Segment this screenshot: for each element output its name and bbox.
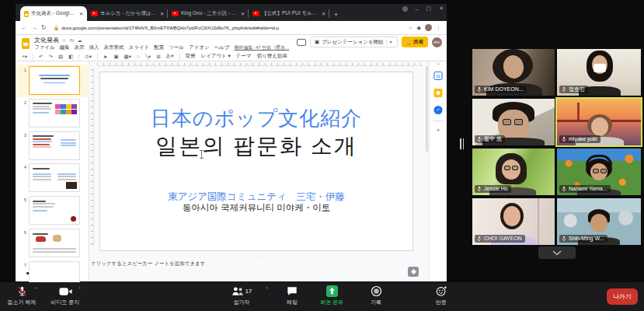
participant-video-1[interactable]: KIM DOYEON... (472, 49, 555, 96)
menu-アドオン[interactable]: アドオン (189, 44, 210, 51)
star-icon[interactable]: ☆ (62, 37, 66, 43)
record-button[interactable]: 기록 (354, 285, 398, 306)
slide-thumbnail-3[interactable] (29, 131, 80, 160)
account-avatar[interactable]: 由紀 (432, 37, 442, 47)
insert-shape-icon[interactable]: ○ (137, 54, 140, 59)
present-dropdown-icon[interactable]: ▼ (386, 40, 393, 44)
menu-ファイル[interactable]: ファイル (34, 44, 55, 51)
menu-スライド[interactable]: スライド (129, 44, 150, 51)
keep-icon[interactable] (434, 89, 443, 97)
close-icon[interactable]: ✕ (439, 5, 444, 12)
textbox-icon[interactable]: ▣ (113, 54, 118, 60)
print-icon[interactable]: ▤ (58, 54, 63, 60)
menu-編集[interactable]: 編集 (60, 44, 70, 51)
browser-profile-icon[interactable] (402, 6, 408, 12)
collapse-videos-button[interactable] (538, 246, 576, 259)
current-slide[interactable]: 日本のポップ文化紹介 일본의 팝문화 소개 東アジア国際コミュニティ 三宅・伊藤… (99, 72, 413, 251)
maximize-icon[interactable]: ▢ (426, 5, 432, 12)
new-slide-icon[interactable]: +▾ (22, 54, 27, 60)
toolbar-button-テーマ[interactable]: テーマ (236, 53, 252, 60)
cloud-status-icon: ☁ (77, 37, 82, 43)
slide-subtitle-korean[interactable]: 동아시아 국제커뮤니티 미야케・이토 (100, 202, 413, 214)
calendar-icon[interactable]: 31 (434, 72, 443, 80)
slide-thumbnail-2[interactable] (29, 99, 80, 128)
thumbnail-number: 2 (20, 99, 26, 105)
hidden-menus-icon[interactable] (297, 39, 306, 46)
muted-mic-icon (561, 86, 567, 93)
explore-button[interactable] (408, 267, 419, 277)
paint-format-icon[interactable]: ◧ (68, 54, 73, 60)
canvas-scrollbar[interactable] (426, 66, 428, 152)
share-button[interactable]: 화면 공유 (310, 285, 353, 306)
slide-thumbnail-1[interactable] (29, 66, 80, 95)
participants-chevron-icon[interactable]: ⌃ (265, 286, 269, 292)
notes-resize-handle[interactable]: ··· (89, 253, 429, 258)
side-panel-collapse-icon[interactable]: ⌃ (436, 62, 440, 68)
browser-avatar[interactable] (425, 24, 432, 31)
panel-resize-handle[interactable] (460, 138, 466, 149)
tab-close-icon[interactable]: ✕ (322, 11, 325, 16)
record-icon (371, 285, 382, 298)
leave-meeting-button[interactable]: 나가기 (607, 288, 638, 305)
chat-button[interactable]: 채팅 (270, 285, 314, 306)
tab-close-icon[interactable]: ✕ (79, 11, 83, 16)
participant-video-2[interactable]: 정호진 (557, 49, 641, 96)
font-icon[interactable]: あ▾ (166, 53, 174, 60)
browser-tab-2[interactable]: ヨルシカ - だから僕は音楽を辞めた✕ (87, 6, 168, 21)
participant-video-8[interactable]: Shih-Ming W... (557, 198, 641, 245)
slides-logo-icon[interactable] (22, 38, 30, 49)
slide-title-korean[interactable]: 일본의 팝문화 소개 (100, 131, 413, 161)
browser-tab-1[interactable]: 文化発表 - Google スライド✕ (20, 6, 87, 21)
add-icon[interactable]: + (437, 127, 440, 134)
share-button[interactable]: 🔒 共有 (402, 37, 429, 47)
bookmark-star-icon[interactable]: ☆ (408, 25, 413, 31)
select-cursor-icon[interactable]: ► (103, 54, 108, 59)
slide-thumbnail-5[interactable] (29, 196, 80, 225)
document-title[interactable]: 文化発表 (34, 36, 59, 44)
tasks-icon[interactable]: ✓ (434, 106, 443, 114)
insert-line-icon[interactable]: ╲▾ (145, 54, 151, 60)
new-tab-button[interactable]: + (334, 11, 338, 19)
redo-icon[interactable]: ↷ (49, 54, 53, 60)
slide-title-japanese[interactable]: 日本のポップ文化紹介 (100, 105, 413, 132)
participant-video-5[interactable]: Jessie Ho (472, 149, 555, 195)
menu-ヘルプ[interactable]: ヘルプ (214, 44, 230, 51)
participant-video-7[interactable]: CHOI GAYEON (472, 198, 555, 245)
reload-icon[interactable]: ↻ (41, 24, 47, 31)
mic-chevron-icon[interactable]: ⌃ (34, 286, 38, 292)
browser-tab-3[interactable]: King Gnu - 三文小説 - YouTube✕ (168, 6, 249, 21)
speaker-notes-placeholder[interactable]: クリックするとスピーカー ノートを追加できます (91, 260, 205, 267)
minimize-icon[interactable]: – (416, 6, 419, 12)
reactions-button[interactable]: 반응 (419, 285, 463, 306)
zoom-icon[interactable]: ⊙▾ (85, 54, 92, 60)
last-edited-link[interactable]: 最終編集: 47 分前（匿名... (235, 44, 290, 51)
tab-close-icon[interactable]: ✕ (160, 11, 164, 16)
undo-icon[interactable]: ↶ (39, 54, 43, 60)
insert-image-icon[interactable]: ▦▾ (124, 54, 131, 60)
toolbar-button-切り替え効果[interactable]: 切り替え効果 (257, 53, 287, 60)
move-folder-icon[interactable]: 🗀 (69, 38, 74, 43)
tab-close-icon[interactable]: ✕ (241, 11, 245, 16)
participants-button[interactable]: 17참가자 (220, 285, 263, 306)
video-chevron-icon[interactable]: ⌃ (78, 286, 82, 292)
participant-video-3[interactable]: 畠中 悠 (472, 99, 555, 145)
insert-table-icon[interactable]: ⊞ (156, 54, 160, 60)
browser-tab-4[interactable]: 【公式】PUI PUI モルカー 第1話✕ (249, 6, 329, 21)
forward-icon[interactable]: → (31, 24, 37, 31)
slide-thumbnail-4[interactable] (29, 163, 80, 192)
present-button[interactable]: ▣ プレゼンテーションを開始 ▼ (310, 37, 397, 47)
slide-thumbnail-6[interactable] (29, 229, 80, 257)
menu-挿入[interactable]: 挿入 (89, 44, 99, 51)
menu-表示[interactable]: 表示 (75, 44, 85, 51)
back-icon[interactable]: ← (21, 24, 27, 31)
participant-video-4[interactable]: miyake yuki (557, 99, 641, 145)
menu-表示形式[interactable]: 表示形式 (104, 44, 124, 51)
url-field[interactable]: 🔒 docs.google.com/presentation/d/1T4fHVX… (50, 23, 405, 33)
toolbar-button-背景[interactable]: 背景 (186, 53, 196, 60)
menu-kebab-icon[interactable]: ⋮ (436, 25, 441, 31)
participant-video-6[interactable]: Nanami Yama... (557, 149, 641, 195)
menu-配置[interactable]: 配置 (154, 44, 164, 51)
extensions-icon[interactable]: ◆ (417, 25, 421, 31)
toolbar-button-レイアウト ▾[interactable]: レイアウト ▾ (201, 53, 231, 60)
menu-ツール[interactable]: ツール (169, 44, 184, 51)
